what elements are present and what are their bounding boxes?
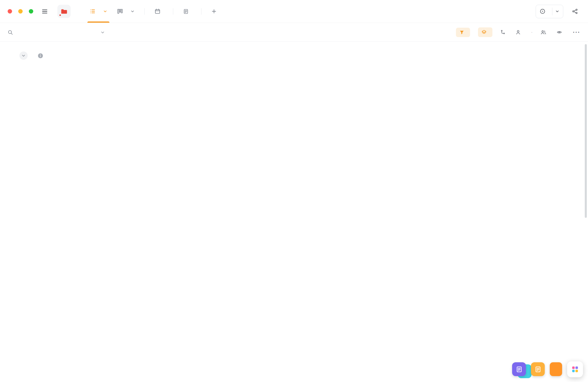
divider <box>144 8 145 15</box>
me-filter-button[interactable] <box>516 30 523 35</box>
group-by-button[interactable] <box>478 27 492 37</box>
top-bar <box>0 0 588 23</box>
share-icon <box>572 9 578 14</box>
more-options-icon[interactable]: ⋯ <box>572 31 580 34</box>
chevron-down-icon[interactable] <box>131 9 134 13</box>
tab-schedule[interactable] <box>155 0 163 23</box>
divider <box>173 8 173 15</box>
list-icon <box>90 9 95 14</box>
close-button[interactable] <box>8 9 12 14</box>
fab-cluster <box>512 362 562 376</box>
document-icon <box>183 9 189 14</box>
chevron-down-icon[interactable] <box>555 9 559 13</box>
sidebar-toggle-button[interactable] <box>41 8 48 15</box>
filter-icon <box>459 30 464 35</box>
chevron-down-icon[interactable] <box>101 30 105 34</box>
list-content <box>0 42 588 62</box>
zoom-button[interactable] <box>29 9 33 14</box>
divider <box>201 8 201 15</box>
document-icon <box>516 366 522 373</box>
calendar-icon <box>155 9 160 14</box>
view-tabs <box>90 0 219 23</box>
people-icon <box>541 30 546 35</box>
board-icon <box>117 9 123 14</box>
notification-dot <box>59 14 61 16</box>
tab-sales-playbook[interactable] <box>183 0 191 23</box>
plus-icon <box>211 9 216 14</box>
person-icon <box>516 30 521 35</box>
layers-icon <box>482 30 487 35</box>
tab-add-view[interactable] <box>211 0 219 23</box>
subtasks-button[interactable] <box>500 30 508 35</box>
subtasks-icon <box>500 30 505 35</box>
window-controls <box>8 9 33 14</box>
fab-doc-button[interactable] <box>512 362 526 376</box>
filter-button[interactable] <box>456 28 470 37</box>
search-icon <box>8 30 13 35</box>
notepad-icon <box>535 366 541 373</box>
show-button[interactable] <box>557 30 564 35</box>
crm-folder-icon <box>57 5 71 18</box>
divider <box>552 8 552 15</box>
search-input[interactable] <box>17 29 97 36</box>
share-button[interactable] <box>572 9 580 14</box>
vertical-scrollbar[interactable] <box>585 44 587 218</box>
filter-toolbar: · ⋯ <box>0 23 588 42</box>
tab-board[interactable] <box>117 0 134 23</box>
menu-icon <box>41 8 48 15</box>
apps-grid-button[interactable] <box>567 361 583 377</box>
tab-list[interactable] <box>90 0 107 23</box>
search-bar[interactable] <box>8 29 105 36</box>
separator-dot: · <box>531 29 533 35</box>
list-title-row <box>19 49 568 62</box>
assignees-button[interactable] <box>541 30 549 35</box>
fab-notepad-button[interactable] <box>531 362 545 376</box>
add-task-button[interactable] <box>550 362 562 376</box>
automate-button[interactable] <box>536 5 563 18</box>
info-icon[interactable] <box>38 53 43 59</box>
collapse-list-icon[interactable] <box>19 52 28 60</box>
eye-icon <box>557 30 562 35</box>
chevron-down-icon[interactable] <box>103 9 107 13</box>
apps-grid-icon <box>572 366 579 373</box>
minimize-button[interactable] <box>18 9 23 14</box>
automate-icon <box>540 9 545 14</box>
